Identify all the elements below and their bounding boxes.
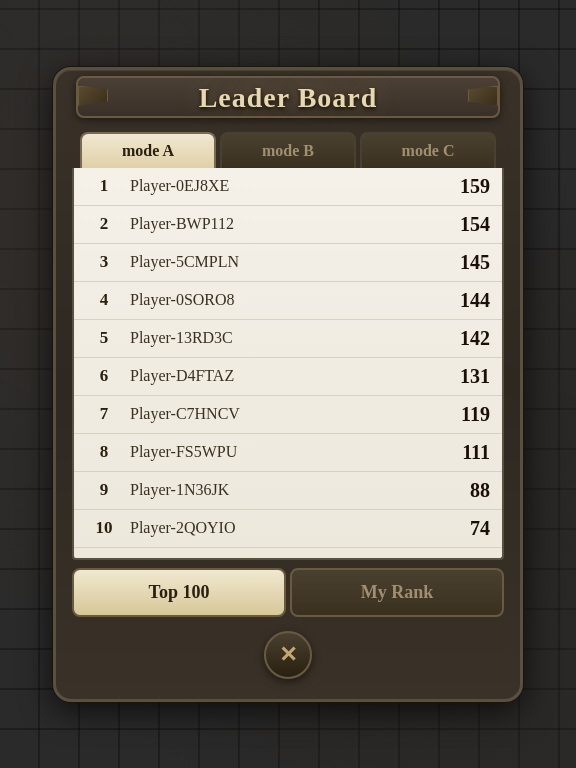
row-rank: 7	[86, 404, 122, 424]
list-item: 3Player-5CMPLN145	[74, 244, 502, 282]
title-banner: Leader Board	[56, 68, 520, 124]
row-score: 88	[430, 479, 490, 502]
panel-title: Leader Board	[199, 82, 378, 113]
banner-deco-right	[468, 86, 498, 106]
row-player-name: Player-BWP112	[122, 215, 430, 233]
list-item: 4Player-0SORO8144	[74, 282, 502, 320]
row-player-name: Player-D4FTAZ	[122, 367, 430, 385]
row-rank: 6	[86, 366, 122, 386]
bottom-buttons: Top 100 My Rank	[72, 568, 504, 617]
leaderboard-list-scroll[interactable]: 1Player-0EJ8XE1592Player-BWP1121543Playe…	[74, 168, 502, 558]
row-rank: 1	[86, 176, 122, 196]
leaderboard-list-container: 1Player-0EJ8XE1592Player-BWP1121543Playe…	[72, 168, 504, 560]
list-item: 11Player-16GPNX59	[74, 548, 502, 558]
row-score: 131	[430, 365, 490, 388]
row-player-name: Player-0EJ8XE	[122, 177, 430, 195]
row-player-name: Player-C7HNCV	[122, 405, 430, 423]
row-player-name: Player-5CMPLN	[122, 253, 430, 271]
top100-button[interactable]: Top 100	[72, 568, 286, 617]
close-button[interactable]: ✕	[264, 631, 312, 679]
row-score: 111	[430, 441, 490, 464]
row-score: 145	[430, 251, 490, 274]
list-item: 10Player-2QOYIO74	[74, 510, 502, 548]
list-item: 1Player-0EJ8XE159	[74, 168, 502, 206]
row-player-name: Player-0SORO8	[122, 291, 430, 309]
list-item: 6Player-D4FTAZ131	[74, 358, 502, 396]
tab-mode-c[interactable]: mode C	[360, 132, 496, 168]
row-rank: 8	[86, 442, 122, 462]
row-player-name: Player-1N36JK	[122, 481, 430, 499]
row-score: 74	[430, 517, 490, 540]
banner-deco-left	[78, 86, 108, 106]
close-wrap: ✕	[56, 631, 520, 679]
row-rank: 5	[86, 328, 122, 348]
tab-mode-a[interactable]: mode A	[80, 132, 216, 168]
row-player-name: Player-2QOYIO	[122, 519, 430, 537]
row-player-name: Player-13RD3C	[122, 329, 430, 347]
row-rank: 9	[86, 480, 122, 500]
row-player-name: Player-16GPNX	[122, 557, 430, 558]
row-score: 159	[430, 175, 490, 198]
row-rank: 10	[86, 518, 122, 538]
row-rank: 2	[86, 214, 122, 234]
row-score: 144	[430, 289, 490, 312]
myrank-button[interactable]: My Rank	[290, 568, 504, 617]
list-item: 9Player-1N36JK88	[74, 472, 502, 510]
leaderboard-panel: Leader Board mode A mode B mode C 1Playe…	[53, 67, 523, 702]
list-item: 2Player-BWP112154	[74, 206, 502, 244]
row-rank: 4	[86, 290, 122, 310]
row-player-name: Player-FS5WPU	[122, 443, 430, 461]
row-rank: 11	[86, 556, 122, 558]
list-item: 5Player-13RD3C142	[74, 320, 502, 358]
tab-mode-b[interactable]: mode B	[220, 132, 356, 168]
row-score: 154	[430, 213, 490, 236]
close-icon: ✕	[279, 642, 297, 668]
row-rank: 3	[86, 252, 122, 272]
row-score: 119	[430, 403, 490, 426]
row-score: 59	[430, 555, 490, 558]
list-item: 8Player-FS5WPU111	[74, 434, 502, 472]
row-score: 142	[430, 327, 490, 350]
mode-tabs: mode A mode B mode C	[72, 124, 504, 168]
list-item: 7Player-C7HNCV119	[74, 396, 502, 434]
